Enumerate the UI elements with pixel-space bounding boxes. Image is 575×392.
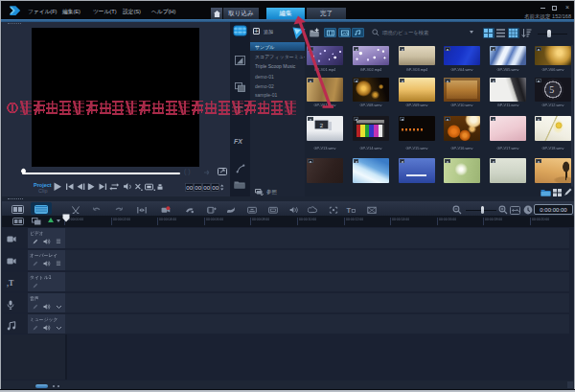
svg-text:00: 00	[203, 184, 210, 191]
svg-text:00: 00	[212, 184, 218, 191]
svg-text:T: T	[347, 206, 352, 214]
svg-text:00: 00	[186, 184, 193, 191]
svg-text:00: 00	[195, 184, 201, 191]
